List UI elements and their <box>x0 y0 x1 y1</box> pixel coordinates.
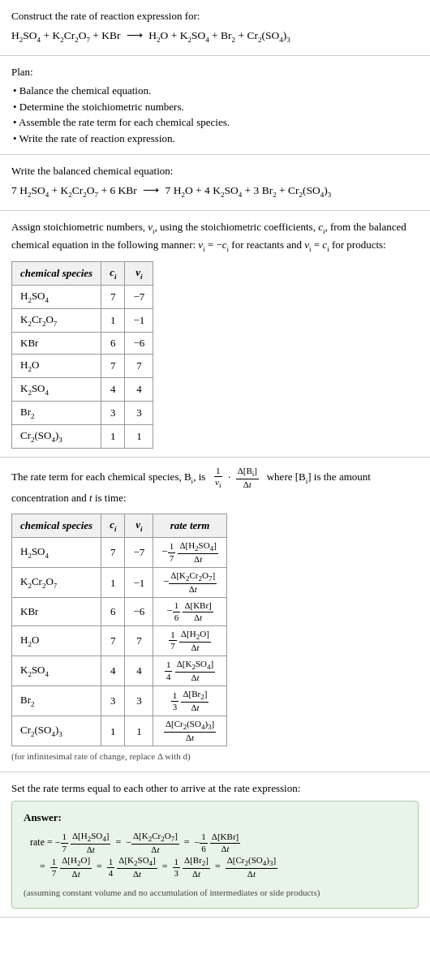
v-cell: 3 <box>125 686 153 716</box>
v-cell: 1 <box>125 716 153 746</box>
c-cell: 1 <box>101 424 125 448</box>
set-label: Set the rate terms equal to each other t… <box>11 780 419 797</box>
species-cell: H2O <box>12 354 101 377</box>
answer-note: (assuming constant volume and no accumul… <box>24 886 406 900</box>
rate-table: chemical species ci νi rate term H2SO4 7… <box>11 514 227 747</box>
species-cell: H2SO4 <box>12 538 101 568</box>
balanced-equation: 7 H2SO4 + K2Cr2O7 + 6 KBr ⟶ 7 H2O + 4 K2… <box>11 183 419 200</box>
c-cell: 3 <box>101 686 125 716</box>
rate-cell: 17 Δ[H2O]Δt <box>153 625 227 655</box>
table-row: H2O 7 7 <box>12 354 153 377</box>
c-cell: 3 <box>101 401 125 424</box>
rate-col-c: ci <box>101 514 125 537</box>
c-cell: 6 <box>101 598 125 625</box>
species-cell: K2Cr2O7 <box>12 568 101 598</box>
rate-cell: −16 Δ[KBr]Δt <box>153 598 227 625</box>
c-cell: 1 <box>101 716 125 746</box>
table-row: Cr2(SO4)3 1 1 Δ[Cr2(SO4)3]Δt <box>12 716 227 746</box>
c-cell: 6 <box>101 333 125 355</box>
plan-item-2: • Determine the stoichiometric numbers. <box>13 99 419 115</box>
c-cell: 7 <box>101 285 125 308</box>
stoichio-col-c: ci <box>101 261 125 285</box>
species-cell: Cr2(SO4)3 <box>12 424 101 448</box>
species-cell: H2O <box>12 625 101 655</box>
species-cell: K2SO4 <box>12 377 101 401</box>
stoichio-col-species: chemical species <box>12 261 101 285</box>
stoichio-intro: Assign stoichiometric numbers, νi, using… <box>11 219 419 255</box>
table-row: K2SO4 4 4 14 Δ[K2SO4]Δt <box>12 655 227 686</box>
construct-section: Construct the rate of reaction expressio… <box>0 0 430 56</box>
table-row: KBr 6 −6 −16 Δ[KBr]Δt <box>12 598 227 625</box>
table-row: H2O 7 7 17 Δ[H2O]Δt <box>12 625 227 655</box>
rate-cell: 14 Δ[K2SO4]Δt <box>153 655 227 686</box>
v-cell: 1 <box>125 424 153 448</box>
construct-label: Construct the rate of reaction expressio… <box>11 8 419 24</box>
reaction-equation: H2SO4 + K2Cr2O7 + KBr ⟶ H2O + K2SO4 + Br… <box>11 28 419 45</box>
c-cell: 7 <box>101 538 125 568</box>
species-cell: H2SO4 <box>12 285 101 308</box>
rate-footnote: (for infinitesimal rate of change, repla… <box>11 750 419 763</box>
table-row: K2Cr2O7 1 −1 <box>12 309 153 333</box>
v-cell: −7 <box>125 538 153 568</box>
rate-cell: 13 Δ[Br2]Δt <box>153 686 227 716</box>
rate-expression-line2: = 17 Δ[H2O]Δt = 14 Δ[K2SO4]Δt = 13 Δ[Br2… <box>30 855 406 879</box>
table-row: Cr2(SO4)3 1 1 <box>12 424 153 448</box>
c-cell: 1 <box>101 309 125 333</box>
answer-label: Answer: <box>24 810 406 826</box>
v-cell: −7 <box>125 285 153 308</box>
v-cell: 7 <box>125 354 153 377</box>
table-row: KBr 6 −6 <box>12 333 153 355</box>
c-cell: 7 <box>101 625 125 655</box>
v-cell: −1 <box>125 309 153 333</box>
v-cell: 4 <box>125 655 153 686</box>
rate-cell: −Δ[K2Cr2O7]Δt <box>153 568 227 598</box>
balanced-section: Write the balanced chemical equation: 7 … <box>0 155 430 211</box>
c-cell: 1 <box>101 568 125 598</box>
table-row: H2SO4 7 −7 −17 Δ[H2SO4]Δt <box>12 538 227 568</box>
plan-item-1: • Balance the chemical equation. <box>13 83 419 99</box>
v-cell: 4 <box>125 377 153 401</box>
c-cell: 4 <box>101 655 125 686</box>
balanced-label: Write the balanced chemical equation: <box>11 163 419 179</box>
answer-content: rate = −17 Δ[H2SO4]Δt = −Δ[K2Cr2O7]Δt = … <box>24 831 406 879</box>
stoichio-table: chemical species ci νi H2SO4 7 −7 K2Cr2O… <box>11 261 153 449</box>
table-row: K2Cr2O7 1 −1 −Δ[K2Cr2O7]Δt <box>12 568 227 598</box>
plan-section: Plan: • Balance the chemical equation. •… <box>0 56 430 156</box>
stoichio-col-v: νi <box>125 261 153 285</box>
species-cell: KBr <box>12 333 101 355</box>
table-row: K2SO4 4 4 <box>12 377 153 401</box>
table-row: Br2 3 3 13 Δ[Br2]Δt <box>12 686 227 716</box>
rate-col-species: chemical species <box>12 514 101 537</box>
v-cell: −6 <box>125 333 153 355</box>
rate-intro: The rate term for each chemical species,… <box>11 466 419 507</box>
v-cell: 3 <box>125 401 153 424</box>
species-cell: Br2 <box>12 686 101 716</box>
species-cell: Cr2(SO4)3 <box>12 716 101 746</box>
species-cell: KBr <box>12 598 101 625</box>
plan-item-4: • Write the rate of reaction expression. <box>13 131 419 147</box>
species-cell: Br2 <box>12 401 101 424</box>
v-cell: −6 <box>125 598 153 625</box>
table-row: Br2 3 3 <box>12 401 153 424</box>
species-cell: K2Cr2O7 <box>12 309 101 333</box>
rate-expression-line1: rate = −17 Δ[H2SO4]Δt = −Δ[K2Cr2O7]Δt = … <box>30 831 406 855</box>
answer-box: Answer: rate = −17 Δ[H2SO4]Δt = −Δ[K2Cr2… <box>11 801 419 908</box>
v-cell: −1 <box>125 568 153 598</box>
c-cell: 7 <box>101 354 125 377</box>
rate-cell: −17 Δ[H2SO4]Δt <box>153 538 227 568</box>
plan-item-3: • Assemble the rate term for each chemic… <box>13 114 419 131</box>
stoichio-section: Assign stoichiometric numbers, νi, using… <box>0 211 430 458</box>
answer-section: Set the rate terms equal to each other t… <box>0 772 430 918</box>
species-cell: K2SO4 <box>12 655 101 686</box>
rate-section: The rate term for each chemical species,… <box>0 458 430 772</box>
plan-label: Plan: <box>11 64 419 80</box>
rate-cell: Δ[Cr2(SO4)3]Δt <box>153 716 227 746</box>
table-row: H2SO4 7 −7 <box>12 285 153 308</box>
v-cell: 7 <box>125 625 153 655</box>
rate-col-term: rate term <box>153 514 227 537</box>
c-cell: 4 <box>101 377 125 401</box>
rate-col-v: νi <box>125 514 153 537</box>
